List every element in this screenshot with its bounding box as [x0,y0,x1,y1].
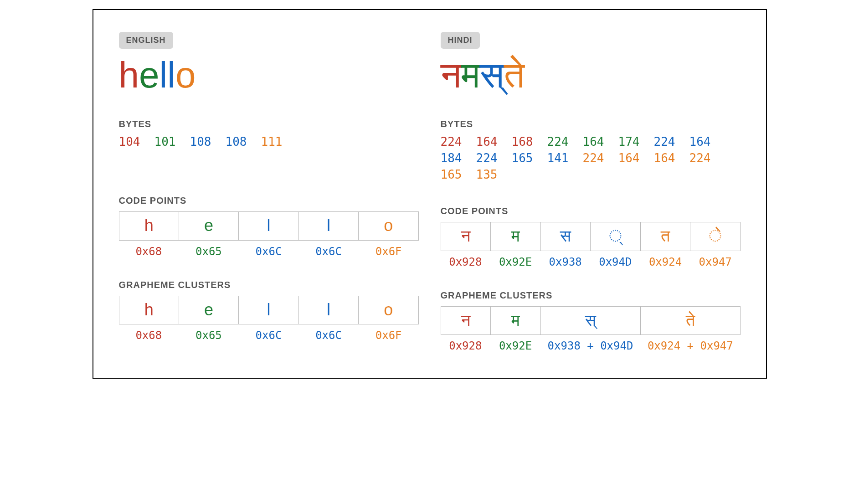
codepoints-section: CODE POINTShello0x680x650x6C0x6C0x6F [119,195,419,258]
grapheme-cell: स् [541,307,641,335]
grapheme-cell: e [179,296,239,324]
grapheme-cell: l [299,296,359,324]
byte-value: 141 [547,151,583,165]
byte-value: 164 [689,135,725,149]
grapheme-hex: 0x938 + 0x94D [540,339,640,352]
byte-value: 164 [654,151,689,165]
headline-word: hello [119,57,419,93]
graphemes-section: GRAPHEME CLUSTERShello0x680x650x6C0x6C0x… [119,280,419,342]
byte-value: 111 [261,135,297,149]
codepoint-hex: 0x6C [239,245,299,258]
byte-value: 164 [476,135,512,149]
grapheme-cell: म [491,307,541,335]
headline-char: स् [480,57,504,93]
codepoints-table: hello [119,211,419,241]
section-label-codepoints: CODE POINTS [119,195,419,206]
byte-value: 224 [476,151,512,165]
diagram-frame: ENGLISHhelloBYTES104101108108111CODE POI… [93,9,767,379]
byte-value: 224 [441,135,476,149]
codepoint-hex: 0x924 [640,256,690,268]
headline-char: l [159,57,168,93]
grapheme-hex: 0x92E [490,339,540,352]
section-label-bytes: BYTES [119,119,419,129]
byte-value: 108 [190,135,226,149]
codepoint-hex: 0x65 [179,245,239,258]
codepoint-cell: l [239,212,298,240]
headline-word: नमस्ते [441,57,741,93]
graphemes-section: GRAPHEME CLUSTERSनमस्ते0x9280x92E0x938 +… [441,290,741,353]
codepoint-cell: ◌् [591,222,641,251]
codepoints-hex-row: 0x680x650x6C0x6C0x6F [119,245,419,258]
grapheme-cell: न [441,307,491,335]
grapheme-hex: 0x6F [359,329,419,342]
byte-value: 165 [512,151,547,165]
codepoint-cell: स [541,222,591,251]
headline-char: l [167,57,175,93]
byte-value: 168 [512,135,547,149]
grapheme-cell: l [239,296,298,324]
codepoint-cell: h [119,212,179,240]
section-label-graphemes: GRAPHEME CLUSTERS [441,290,741,301]
codepoint-cell: त [641,222,691,251]
codepoint-hex: 0x938 [540,256,591,268]
grapheme-cell: h [119,296,179,324]
bytes-section: BYTES104101108108111 [119,119,419,174]
column-hindi: HINDIनमस्तेBYTES224164168224164174224164… [441,32,741,352]
grapheme-hex: 0x6C [239,329,299,342]
grapheme-hex: 0x6C [298,329,359,342]
byte-value: 108 [226,135,261,149]
codepoint-hex: 0x947 [690,256,741,268]
grapheme-hex: 0x924 + 0x947 [640,339,740,352]
byte-value: 164 [618,151,654,165]
byte-value: 224 [547,135,583,149]
byte-value: 224 [583,151,618,165]
headline-char: e [139,57,159,93]
bytes-row: 2241641682241641742241641842241651412241… [441,135,741,184]
codepoint-cell: म [491,222,541,251]
headline-char: o [175,57,196,93]
codepoint-hex: 0x94D [591,256,641,268]
byte-value: 104 [119,135,154,149]
codepoint-cell: o [359,212,418,240]
language-badge: HINDI [441,32,480,49]
column-english: ENGLISHhelloBYTES104101108108111CODE POI… [119,32,419,352]
codepoint-cell: e [179,212,239,240]
grapheme-cell: o [359,296,418,324]
codepoint-hex: 0x92E [490,256,540,268]
language-badge: ENGLISH [119,32,173,49]
codepoints-table: नमस◌्त◌े [441,222,741,251]
graphemes-table: नमस्ते [441,306,741,335]
section-label-graphemes: GRAPHEME CLUSTERS [119,280,419,290]
codepoint-cell: न [441,222,491,251]
codepoint-hex: 0x6F [359,245,419,258]
headline-char: h [119,57,139,93]
grapheme-hex: 0x68 [119,329,179,342]
byte-value: 135 [476,168,512,181]
codepoint-hex: 0x6C [298,245,359,258]
graphemes-table: hello [119,296,419,325]
byte-value: 164 [583,135,618,149]
codepoint-hex: 0x928 [441,256,491,268]
section-label-bytes: BYTES [441,119,741,129]
byte-value: 224 [689,151,725,165]
byte-value: 165 [441,168,476,181]
codepoint-cell: ◌े [690,222,740,251]
grapheme-cell: ते [641,307,740,335]
codepoints-hex-row: 0x9280x92E0x9380x94D0x9240x947 [441,256,741,268]
codepoint-cell: l [299,212,359,240]
byte-value: 174 [618,135,654,149]
bytes-row: 104101108108111 [119,135,419,151]
bytes-section: BYTES22416416822416417422416418422416514… [441,119,741,184]
grapheme-hex: 0x928 [441,339,491,352]
graphemes-hex-row: 0x680x650x6C0x6C0x6F [119,329,419,342]
codepoint-hex: 0x68 [119,245,179,258]
grapheme-hex: 0x65 [179,329,239,342]
headline-char: ते [504,57,525,93]
byte-value: 101 [154,135,190,149]
byte-value: 224 [654,135,689,149]
byte-value: 184 [441,151,476,165]
graphemes-hex-row: 0x9280x92E0x938 + 0x94D0x924 + 0x947 [441,339,741,352]
columns-container: ENGLISHhelloBYTES104101108108111CODE POI… [119,32,741,352]
headline-char: न [441,57,461,93]
codepoints-section: CODE POINTSनमस◌्त◌े0x9280x92E0x9380x94D0… [441,206,741,268]
